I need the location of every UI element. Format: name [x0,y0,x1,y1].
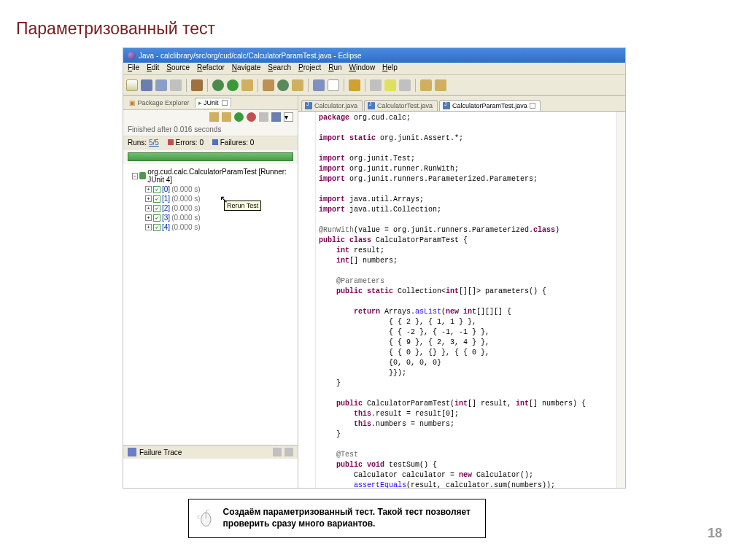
menu-window[interactable]: Window [349,63,376,74]
annotation-icon[interactable] [384,79,396,91]
footnote: Создаём параметризованный тест. Такой те… [188,499,486,538]
editor-tab[interactable]: CalculatorTest.java [364,100,438,111]
forward-icon[interactable] [435,79,446,91]
expand-icon[interactable]: + [145,205,152,211]
pin-icon[interactable] [370,79,382,91]
prev-failure-icon[interactable] [222,112,231,122]
tree-item[interactable]: +[1] (0.000 s) [125,194,296,203]
build-icon[interactable] [191,79,203,91]
expand-icon[interactable]: + [145,195,152,202]
menu-source[interactable]: Source [166,63,190,74]
eclipse-window: Java - calclibrary/src/org/cud/calc/Calc… [123,47,626,489]
test-pass-icon [153,224,160,231]
junit-view: ▣ Package Explorer ▸ JUnit ▾ Finished af… [123,96,298,488]
junit-status: Finished after 0.016 seconds [123,123,298,136]
history-icon[interactable] [271,112,281,122]
new-package-icon[interactable] [263,79,274,91]
test-pass-icon [153,205,160,212]
test-pass-icon [153,186,160,193]
collapse-icon[interactable]: − [132,173,138,179]
slide-title: Параметризованный тест [16,19,215,39]
save-all-icon[interactable] [155,79,167,91]
menu-project[interactable]: Project [298,63,321,74]
view-menu-icon[interactable]: ▾ [284,112,293,122]
menu-navigate[interactable]: Navigate [232,63,260,74]
menu-run[interactable]: Run [328,63,341,74]
run-last-icon[interactable] [241,79,253,91]
failures-label: Failures: 0 [212,139,254,147]
errors-label: Errors: 0 [168,139,204,147]
progress-bar [128,152,293,161]
print-icon[interactable] [170,79,182,91]
code-editor[interactable]: package org.cud.calc; import static org.… [316,112,616,488]
stop-icon[interactable] [259,112,268,122]
test-tree[interactable]: − org.cud.calc.CalculatorParamTest [Runn… [123,164,298,445]
menu-edit[interactable]: Edit [147,63,159,74]
tab-junit[interactable]: ▸ JUnit [195,98,232,108]
next-failure-icon[interactable] [209,112,219,122]
back-icon[interactable] [420,79,432,91]
window-title: Java - calclibrary/src/org/cud/calc/Calc… [139,52,362,60]
tree-root[interactable]: − org.cud.calc.CalculatorParamTest [Runn… [125,167,296,184]
java-file-icon [305,102,312,109]
tree-item[interactable]: +[2] (0.000 s) [125,203,296,213]
expand-icon[interactable]: + [145,224,152,230]
tab-package-explorer[interactable]: ▣ Package Explorer [126,98,193,107]
java-file-icon [443,102,450,109]
gutter: +−−− [298,112,316,488]
tree-item[interactable]: +[4] (0.000 s) [125,222,296,232]
new-icon[interactable] [126,79,138,91]
close-icon[interactable] [222,100,228,106]
cursor-icon: ↖ [220,193,228,205]
compare-icon[interactable] [273,448,282,456]
nav-icon[interactable] [399,79,411,91]
test-pass-icon [153,195,160,203]
new-class-icon[interactable] [277,79,289,91]
test-pass-icon [153,214,160,222]
expand-icon[interactable]: + [145,214,152,221]
rerun-icon[interactable] [234,112,244,122]
new-folder-icon[interactable] [292,79,303,91]
search-icon[interactable] [328,79,339,91]
expand-icon[interactable]: + [145,186,152,192]
debug-icon[interactable] [212,79,224,91]
toolbar [123,75,625,96]
failure-trace-icon [128,448,136,456]
close-icon[interactable] [530,103,535,109]
menu-refactor[interactable]: Refactor [197,63,225,74]
page-number: 18 [708,526,722,541]
menubar: FileEditSourceRefactorNavigateSearchProj… [123,63,625,75]
mouse-icon [196,503,216,534]
menu-search[interactable]: Search [268,63,291,74]
eclipse-icon [128,52,136,60]
footnote-text: Создаём параметризованный тест. Такой те… [223,507,478,529]
runner-icon [139,172,146,179]
tree-item[interactable]: +[0] (0.000 s) [125,184,296,194]
task-icon[interactable] [349,79,360,91]
run-icon[interactable] [227,79,239,91]
save-icon[interactable] [141,79,152,91]
overview-ruler[interactable] [616,112,625,488]
java-file-icon [368,102,375,109]
menu-help[interactable]: Help [382,63,398,74]
tree-item[interactable]: +[3] (0.000 s) [125,213,296,222]
tooltip: Rerun Test [224,201,261,211]
titlebar[interactable]: Java - calclibrary/src/org/cud/calc/Calc… [123,48,625,63]
open-type-icon[interactable] [313,79,325,91]
runs-label: Runs: 5/5 [128,139,159,147]
failure-trace-header[interactable]: Failure Trace [123,445,298,459]
editor-tabs: Calculator.javaCalculatorTest.javaCalcul… [298,96,625,112]
filter-icon[interactable] [285,448,293,456]
rerun-failed-icon[interactable] [247,112,256,122]
editor-tab[interactable]: Calculator.java [301,100,363,111]
editor-tab[interactable]: CalculatorParamTest.java [439,100,541,111]
menu-file[interactable]: File [128,63,139,74]
